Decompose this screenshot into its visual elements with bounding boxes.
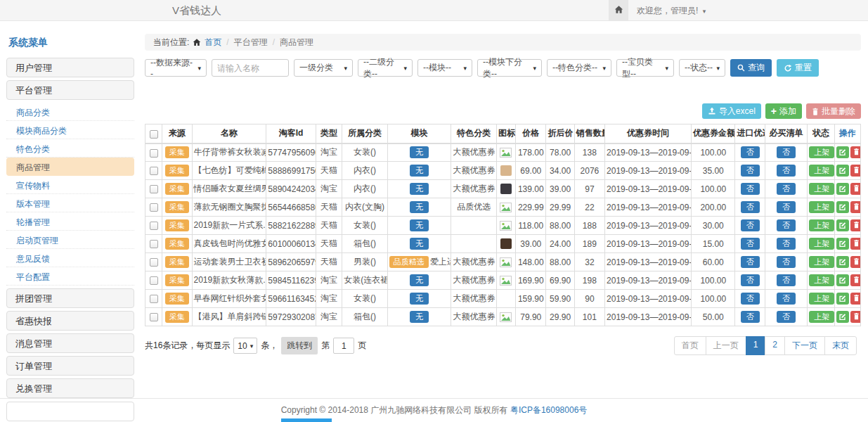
sidebar-item[interactable]: 商品分类 [6,103,134,121]
must-buy-button[interactable]: 否 [777,274,796,286]
import-flag-button[interactable]: 否 [741,311,760,323]
sidebar-group[interactable]: 订单管理 [6,356,134,376]
user-menu[interactable]: 欢迎您，管理员! ▾ [628,0,714,21]
delete-button[interactable] [850,311,861,323]
sidebar-group[interactable]: 用户管理 [6,58,134,77]
edit-button[interactable] [836,165,849,177]
sidebar-group[interactable]: 消息管理 [6,333,134,353]
status-button[interactable]: 上架 [809,165,834,177]
edit-button[interactable] [836,256,849,268]
status-button[interactable]: 上架 [809,274,834,286]
status-button[interactable]: 上架 [809,183,834,195]
sidebar-group[interactable]: 平台管理 [6,80,134,100]
edit-button[interactable] [836,293,849,305]
filter-select[interactable]: 一级分类▾ [294,59,353,77]
icp-link[interactable]: 粤ICP备16098006号 [510,404,587,416]
must-buy-button[interactable]: 否 [777,165,796,177]
delete-button[interactable] [850,256,861,268]
page-button[interactable]: 末页 [824,336,857,355]
delete-button[interactable] [850,293,861,305]
delete-button[interactable] [850,274,861,286]
status-button[interactable]: 上架 [809,311,834,323]
row-checkbox[interactable] [150,203,158,212]
import-flag-button[interactable]: 否 [741,256,760,268]
must-buy-button[interactable]: 否 [777,183,796,195]
import-flag-button[interactable]: 否 [741,219,760,231]
home-button[interactable] [609,0,628,21]
edit-button[interactable] [836,201,849,213]
status-button[interactable]: 上架 [809,146,834,158]
delete-button[interactable] [850,238,861,250]
add-button[interactable]: + 添加 [765,103,802,119]
status-button[interactable]: 上架 [809,219,834,231]
breadcrumb-home-link[interactable]: 首页 [205,37,221,49]
delete-button[interactable] [850,183,861,195]
import-excel-button[interactable]: 导入excel [702,103,761,119]
row-checkbox[interactable] [150,240,158,248]
sidebar-item[interactable]: 模块商品分类 [6,121,134,139]
sidebar-group[interactable]: 拼团管理 [6,288,134,308]
page-button[interactable]: 1 [746,336,766,355]
filter-select[interactable]: --特色分类--▾ [547,59,611,77]
import-flag-button[interactable]: 否 [741,201,760,213]
sidebar-item[interactable]: 版本管理 [6,194,134,212]
edit-button[interactable] [836,183,849,195]
import-flag-button[interactable]: 否 [741,183,760,195]
row-checkbox[interactable] [150,185,158,193]
filter-select[interactable]: --模块下分类--▾ [477,59,542,77]
edit-button[interactable] [836,238,849,250]
row-checkbox[interactable] [150,167,158,175]
must-buy-button[interactable]: 否 [777,201,796,213]
delete-button[interactable] [850,219,861,231]
filter-select[interactable]: --宝贝类型--▾ [616,59,674,77]
delete-button[interactable] [850,146,861,158]
row-checkbox[interactable] [150,222,158,230]
sidebar-item[interactable]: 商品管理 [6,158,134,176]
row-checkbox[interactable] [150,313,158,321]
must-buy-button[interactable]: 否 [777,238,796,250]
reset-button[interactable]: 重置 [777,59,819,77]
batch-delete-button[interactable]: 批量删除 [806,103,861,119]
search-button[interactable]: 查询 [730,59,772,77]
sidebar-item[interactable]: 启动页管理 [6,231,134,249]
must-buy-button[interactable]: 否 [777,219,796,231]
status-button[interactable]: 上架 [809,256,834,268]
row-checkbox[interactable] [150,149,158,158]
edit-button[interactable] [836,311,849,323]
jump-page-input[interactable] [333,338,354,354]
row-checkbox[interactable] [150,295,158,303]
select-all-checkbox[interactable] [150,130,158,139]
sidebar-item[interactable]: 平台配置 [6,267,134,286]
name-search-input[interactable] [212,59,289,77]
edit-button[interactable] [836,219,849,231]
must-buy-button[interactable]: 否 [777,256,796,268]
sidebar-item[interactable]: 宣传物料 [6,176,134,194]
row-checkbox[interactable] [150,276,158,285]
must-buy-button[interactable]: 否 [777,293,796,305]
jump-button[interactable]: 跳转到 [281,337,318,354]
page-button[interactable]: 下一页 [784,336,825,355]
delete-button[interactable] [850,165,861,177]
filter-select[interactable]: --数据来源--▾ [145,59,207,77]
must-buy-button[interactable]: 否 [777,311,796,323]
status-button[interactable]: 上架 [809,238,834,250]
filter-select[interactable]: --模块--▾ [417,59,472,77]
status-button[interactable]: 上架 [809,293,834,305]
filter-select[interactable]: --状态--▾ [679,59,725,77]
page-size-select[interactable]: 10 ▾ [233,338,257,354]
import-flag-button[interactable]: 否 [741,146,760,158]
edit-button[interactable] [836,146,849,158]
sidebar-item[interactable]: 意见反馈 [6,249,134,267]
sidebar-group[interactable]: 省惠快报 [6,311,134,331]
import-flag-button[interactable]: 否 [741,165,760,177]
edit-button[interactable] [836,274,849,286]
page-button[interactable]: 2 [765,336,785,355]
import-flag-button[interactable]: 否 [741,274,760,286]
sidebar-group[interactable]: 兑换管理 [6,378,134,398]
status-button[interactable]: 上架 [809,201,834,213]
sidebar-item[interactable]: 特色分类 [6,139,134,158]
filter-select[interactable]: --二级分类--▾ [358,59,413,77]
row-checkbox[interactable] [150,258,158,267]
import-flag-button[interactable]: 否 [741,293,760,305]
sidebar-item[interactable]: 轮播管理 [6,212,134,231]
